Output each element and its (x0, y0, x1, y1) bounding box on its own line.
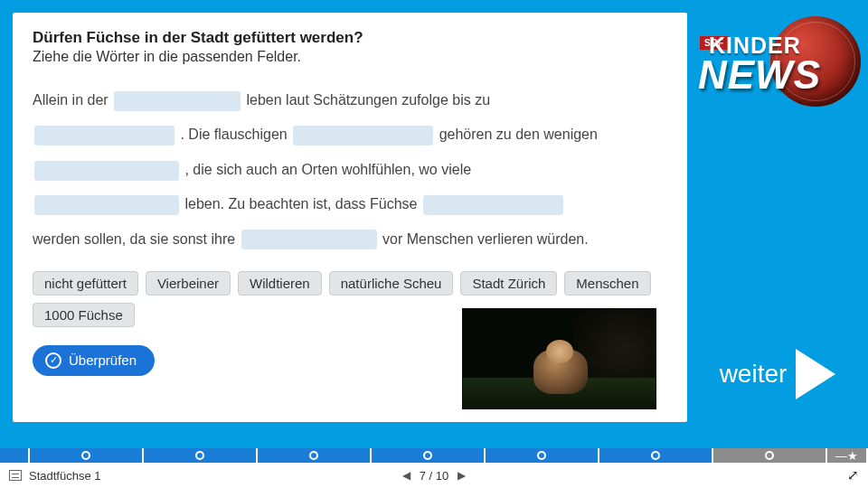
fullscreen-button[interactable]: ⤢ (847, 467, 859, 483)
logo-text-news: NEWS (698, 52, 821, 98)
drop-target[interactable] (241, 230, 377, 249)
progress-segment[interactable] (372, 448, 486, 463)
star-icon: —★ (835, 449, 858, 463)
next-page-button[interactable]: ▶ (458, 469, 466, 482)
progress-segment[interactable] (144, 448, 258, 463)
drag-token[interactable]: Menschen (564, 271, 650, 296)
progress-segment[interactable] (713, 448, 827, 463)
progress-dot-icon (81, 451, 90, 460)
content-image (462, 308, 656, 409)
pager: ◀ 7 / 10 ▶ (402, 469, 467, 483)
drop-target[interactable] (293, 126, 433, 145)
cloze-fragment: leben laut Schätzungen zufolge bis zu (247, 92, 491, 108)
cloze-fragment: , die sich auch an Orten wohlfühlen, wo … (184, 162, 471, 177)
drag-token[interactable]: Vierbeiner (146, 271, 231, 296)
progress-dot-icon (195, 451, 204, 460)
progress-bar: —★ (0, 448, 868, 463)
prev-page-button[interactable]: ◀ (402, 469, 410, 482)
next-button[interactable]: weiter (720, 349, 836, 399)
progress-dot-icon (423, 451, 432, 460)
progress-dot-icon (537, 451, 546, 460)
drag-token[interactable]: Stadt Zürich (460, 271, 557, 296)
progress-segment[interactable] (258, 448, 372, 463)
drag-token[interactable]: Wildtieren (238, 271, 322, 296)
drop-target[interactable] (423, 195, 563, 215)
footer-bar: Stadtfüchse 1 ◀ 7 / 10 ▶ ⤢ (0, 463, 868, 488)
cloze-fragment: Allein in der (33, 92, 112, 108)
drop-target[interactable] (34, 126, 175, 145)
progress-dot-icon (765, 451, 774, 460)
drop-target[interactable] (114, 91, 241, 111)
progress-segment-final[interactable]: —★ (827, 448, 868, 463)
check-circle-icon: ✓ (45, 352, 61, 369)
lesson-title: Stadtfüchse 1 (29, 469, 101, 483)
cloze-text: Allein in der leben laut Schätzungen zuf… (33, 83, 667, 257)
stage: Dürfen Füchse in der Stadt gefüttert wer… (0, 0, 868, 448)
drag-token[interactable]: 1000 Füchse (33, 303, 135, 327)
cloze-fragment: vor Menschen verlieren würden. (382, 231, 589, 247)
question-title: Dürfen Füchse in der Stadt gefüttert wer… (33, 29, 667, 47)
check-button[interactable]: ✓ Überprüfen (33, 345, 155, 376)
next-label: weiter (720, 360, 788, 389)
cloze-fragment: leben. Zu beachten ist, dass Füchse (184, 196, 420, 211)
drop-target[interactable] (34, 161, 179, 181)
drop-target[interactable] (34, 195, 179, 215)
side-panel: SRF KINDER NEWS weiter (687, 13, 868, 436)
cloze-fragment: . Die flauschigen (180, 127, 291, 142)
drag-token[interactable]: natürliche Scheu (329, 271, 454, 296)
cloze-fragment: werden sollen, da sie sonst ihre (33, 231, 240, 247)
exercise-card: Dürfen Füchse in der Stadt gefüttert wer… (13, 13, 687, 422)
progress-dot-icon (651, 451, 660, 460)
cloze-fragment: gehören zu den wenigen (439, 127, 598, 142)
brand-logo: SRF KINDER NEWS (693, 16, 861, 116)
drag-token[interactable]: nicht gefüttert (33, 271, 138, 296)
page-indicator: 7 / 10 (420, 469, 449, 483)
check-button-label: Überprüfen (69, 352, 137, 368)
list-icon[interactable] (9, 470, 22, 481)
progress-segment[interactable] (30, 448, 144, 463)
instruction-text: Ziehe die Wörter in die passenden Felder… (33, 49, 667, 65)
progress-dot-icon (309, 451, 318, 460)
progress-segment[interactable] (599, 448, 713, 463)
play-triangle-icon (796, 349, 835, 399)
progress-segment[interactable] (486, 448, 599, 463)
progress-segment[interactable] (0, 448, 30, 463)
